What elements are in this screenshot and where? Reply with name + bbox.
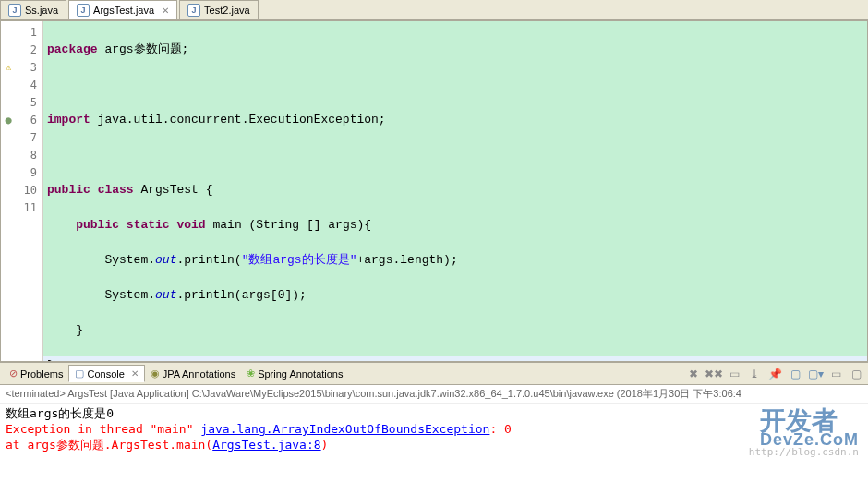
line-number: 9 [16,166,42,179]
method-marker-icon: ● [1,114,16,127]
source-link[interactable]: ArgsTest.java:8 [212,438,320,452]
gutter: 1 2 ⚠3 4 5 ●6 7 8 9 10 11 [1,21,43,361]
console-line: 数组args的长度是0 [6,405,862,421]
console-error-line: Exception in thread "main" java.lang.Arr… [6,421,862,437]
tab-label: Ss.java [25,5,58,16]
tab-argstest[interactable]: J ArgsTest.java ✕ [68,0,177,19]
line-number: 2 [16,43,42,56]
console-panel: ⊘ Problems ▢ Console ✕ ◉ JPA Annotations… [0,362,868,482]
remove-all-icon[interactable]: ✖✖ [705,366,722,382]
tab-test2[interactable]: J Test2.java [179,0,259,19]
tab-ss[interactable]: J Ss.java [0,0,66,19]
line-number: 7 [16,131,42,144]
console-output[interactable]: 数组args的长度是0 Exception in thread "main" j… [0,404,868,482]
console-error-line: at args参数问题.ArgsTest.main(ArgsTest.java:… [6,437,862,452]
java-file-icon: J [77,4,90,17]
editor-tabs: J Ss.java J ArgsTest.java ✕ J Test2.java [0,0,868,20]
spring-icon: ❀ [247,368,255,380]
tab-jpa[interactable]: ◉ JPA Annotations [145,366,241,381]
console-icon: ▢ [75,368,84,380]
line-number: 5 [16,96,42,109]
scroll-lock-icon[interactable]: ⤓ [746,366,763,382]
tab-console[interactable]: ▢ Console ✕ [68,365,144,382]
minimize-icon[interactable]: ▭ [827,366,844,382]
watermark-url: http://blog.csdn.n [749,444,859,460]
tab-problems[interactable]: ⊘ Problems [4,366,68,381]
open-console-icon[interactable]: ▢▾ [807,366,824,382]
console-tabs: ⊘ Problems ▢ Console ✕ ◉ JPA Annotations… [0,363,868,385]
line-number: 10 [16,184,42,197]
watermark: 开发者DevZe.CoM [760,413,859,448]
close-icon[interactable]: ✕ [162,6,169,16]
tab-label: Test2.java [204,5,250,16]
warning-icon[interactable]: ⚠ [1,62,16,72]
line-number: 8 [16,149,42,162]
code-editor: 1 2 ⚠3 4 5 ●6 7 8 9 10 11 package args参数… [0,20,868,362]
console-status: <terminated> ArgsTest [Java Application]… [0,385,868,404]
display-selected-icon[interactable]: ▢ [787,366,803,382]
line-number: 3 [16,61,42,74]
tab-spring[interactable]: ❀ Spring Annotations [241,366,348,381]
java-file-icon: J [187,4,200,17]
tab-label: ArgsTest.java [93,5,154,16]
jpa-icon: ◉ [151,368,160,380]
code-area[interactable]: package args参数问题; import java.util.concu… [43,21,867,361]
remove-launch-icon[interactable]: ✖ [685,366,702,382]
pin-console-icon[interactable]: 📌 [766,366,783,382]
line-number: 1 [16,26,42,39]
console-toolbar: ✖ ✖✖ ▭ ⤓ 📌 ▢ ▢▾ ▭ ▢ [685,366,864,382]
clear-console-icon[interactable]: ▭ [726,366,742,382]
line-number: 6 [16,114,42,127]
maximize-icon[interactable]: ▢ [848,366,864,382]
line-number: 4 [16,78,42,91]
problems-icon: ⊘ [9,368,18,380]
close-icon[interactable]: ✕ [131,368,139,379]
exception-link[interactable]: java.lang.ArrayIndexOutOfBoundsException [200,422,489,436]
line-number: 11 [16,201,42,214]
java-file-icon: J [8,4,21,17]
